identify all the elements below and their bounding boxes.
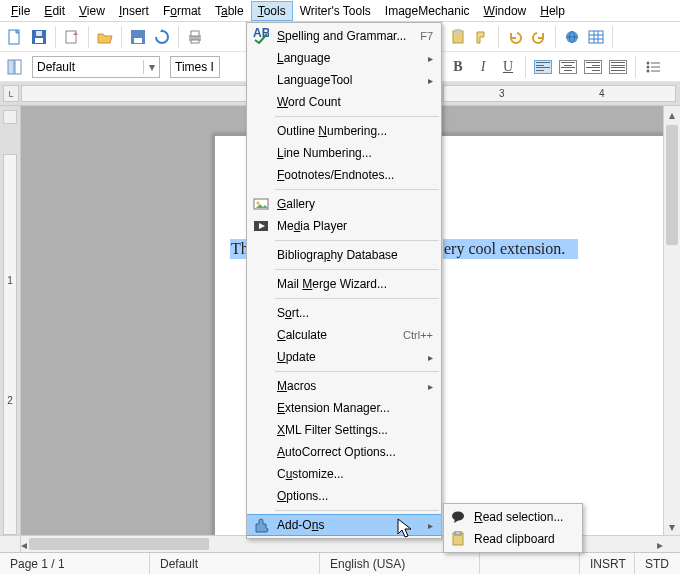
horizontal-ruler-right[interactable]: 3 4	[443, 85, 676, 102]
italic-button[interactable]: I	[472, 56, 494, 78]
menu-item-xml-filter-settings[interactable]: XML Filter Settings...	[247, 419, 441, 441]
toolbar-separator	[178, 26, 179, 48]
menu-item-line-numbering[interactable]: Line Numbering...	[247, 142, 441, 164]
menu-file[interactable]: File	[4, 1, 37, 21]
svg-rect-6	[134, 38, 142, 43]
submenu-item-read-selection[interactable]: Read selection...	[444, 506, 582, 528]
submenu-item-read-clipboard[interactable]: Read clipboard	[444, 528, 582, 550]
menu-item-word-count[interactable]: Word Count	[247, 91, 441, 113]
scroll-track[interactable]	[664, 247, 680, 518]
align-right-button[interactable]	[582, 56, 604, 78]
menu-item-outline-numbering[interactable]: Outline Numbering...	[247, 120, 441, 142]
status-insert-mode[interactable]: INSRT	[580, 553, 635, 574]
menu-separator	[275, 371, 439, 372]
undo-button[interactable]	[504, 26, 526, 48]
toolbar-separator	[88, 26, 89, 48]
svg-point-30	[452, 512, 464, 521]
svg-rect-11	[15, 60, 21, 74]
scrollbar-corner	[0, 536, 21, 552]
align-justify-button[interactable]	[607, 56, 629, 78]
status-spacer	[480, 553, 580, 574]
menu-separator	[275, 269, 439, 270]
status-language[interactable]: English (USA)	[320, 553, 480, 574]
menu-item-options[interactable]: Options...	[247, 485, 441, 507]
tab-stop-corner[interactable]: L	[3, 85, 19, 102]
align-center-button[interactable]	[557, 56, 579, 78]
hyperlink-button[interactable]	[561, 26, 583, 48]
save-as-button[interactable]	[127, 26, 149, 48]
addon-icon	[252, 517, 270, 535]
menu-item-footnotes-endnotes[interactable]: Footnotes/Endnotes...	[247, 164, 441, 186]
menu-item-label: Gallery	[277, 197, 433, 211]
menu-item-bibliography-database[interactable]: Bibliography Database	[247, 244, 441, 266]
reload-button[interactable]	[151, 26, 173, 48]
horizontal-ruler-left[interactable]	[21, 85, 251, 102]
menu-item-macros[interactable]: Macros	[247, 375, 441, 397]
align-left-button[interactable]	[532, 56, 554, 78]
print-button[interactable]	[184, 26, 206, 48]
font-name-combo[interactable]: Times I	[170, 56, 220, 78]
table-button[interactable]	[585, 26, 607, 48]
menu-format[interactable]: Format	[156, 1, 208, 21]
menu-item-label: Spelling and Grammar...	[277, 29, 420, 43]
menu-writer-s-tools[interactable]: Writer's Tools	[293, 1, 378, 21]
menu-separator	[275, 510, 439, 511]
scroll-thumb[interactable]	[666, 125, 678, 245]
menu-view[interactable]: View	[72, 1, 112, 21]
menu-item-gallery[interactable]: Gallery	[247, 193, 441, 215]
paragraph-style-combo[interactable]: Default ▾	[32, 56, 160, 78]
menu-item-language[interactable]: Language	[247, 47, 441, 69]
open-button[interactable]	[94, 26, 116, 48]
status-selection-mode[interactable]: STD	[635, 553, 680, 574]
clone-formatting-button[interactable]	[471, 26, 493, 48]
menu-edit[interactable]: Edit	[37, 1, 72, 21]
redo-button[interactable]	[528, 26, 550, 48]
menu-item-mail-merge-wizard[interactable]: Mail Merge Wizard...	[247, 273, 441, 295]
bold-button[interactable]: B	[447, 56, 469, 78]
new-doc-button[interactable]	[4, 26, 26, 48]
menu-item-update[interactable]: Update	[247, 346, 441, 368]
scroll-down-button[interactable]: ▾	[664, 518, 680, 535]
menu-item-media-player[interactable]: Media Player	[247, 215, 441, 237]
menu-item-languagetool[interactable]: LanguageTool	[247, 69, 441, 91]
menu-item-add-ons[interactable]: Add-Ons	[247, 514, 441, 536]
export-button[interactable]	[61, 26, 83, 48]
vruler-tick: 1	[4, 275, 16, 286]
menu-item-calculate[interactable]: CalculateCtrl++	[247, 324, 441, 346]
vertical-ruler[interactable]: 1 2	[3, 154, 17, 535]
menu-help[interactable]: Help	[533, 1, 572, 21]
styles-button[interactable]	[4, 56, 26, 78]
menu-tools[interactable]: Tools	[251, 1, 293, 21]
menu-item-label: Sort...	[277, 306, 433, 320]
menu-item-customize[interactable]: Customize...	[247, 463, 441, 485]
submenu-arrow-icon	[428, 351, 433, 363]
selected-text-right[interactable]: ery cool extension.	[443, 239, 578, 259]
menu-window[interactable]: Window	[477, 1, 534, 21]
scroll-left-button[interactable]: ◂	[21, 536, 27, 553]
abc-check-icon: ABC	[252, 27, 270, 45]
svg-rect-8	[191, 31, 199, 36]
save-button[interactable]	[28, 26, 50, 48]
underline-button[interactable]: U	[497, 56, 519, 78]
menu-item-sort[interactable]: Sort...	[247, 302, 441, 324]
paste-button[interactable]	[447, 26, 469, 48]
status-style[interactable]: Default	[150, 553, 320, 574]
menu-item-autocorrect-options[interactable]: AutoCorrect Options...	[247, 441, 441, 463]
scroll-up-button[interactable]: ▴	[664, 106, 680, 123]
svg-point-28	[257, 202, 260, 205]
status-page[interactable]: Page 1 / 1	[0, 553, 150, 574]
scroll-thumb[interactable]	[29, 538, 209, 550]
menu-item-label: Mail Merge Wizard...	[277, 277, 433, 291]
svg-point-21	[647, 65, 650, 68]
vertical-scrollbar[interactable]: ▴ ▾	[663, 106, 680, 535]
menu-insert[interactable]: Insert	[112, 1, 156, 21]
menu-item-spelling-and-grammar[interactable]: ABCSpelling and Grammar...F7	[247, 25, 441, 47]
scrollbar-corner	[663, 536, 680, 552]
menu-item-label: Footnotes/Endnotes...	[277, 168, 433, 182]
toolbar-separator	[635, 56, 636, 78]
menu-table[interactable]: Table	[208, 1, 251, 21]
menu-imagemechanic[interactable]: ImageMechanic	[378, 1, 477, 21]
list-button[interactable]	[642, 56, 664, 78]
menu-item-extension-manager[interactable]: Extension Manager...	[247, 397, 441, 419]
ruler-tick: 4	[599, 86, 605, 101]
